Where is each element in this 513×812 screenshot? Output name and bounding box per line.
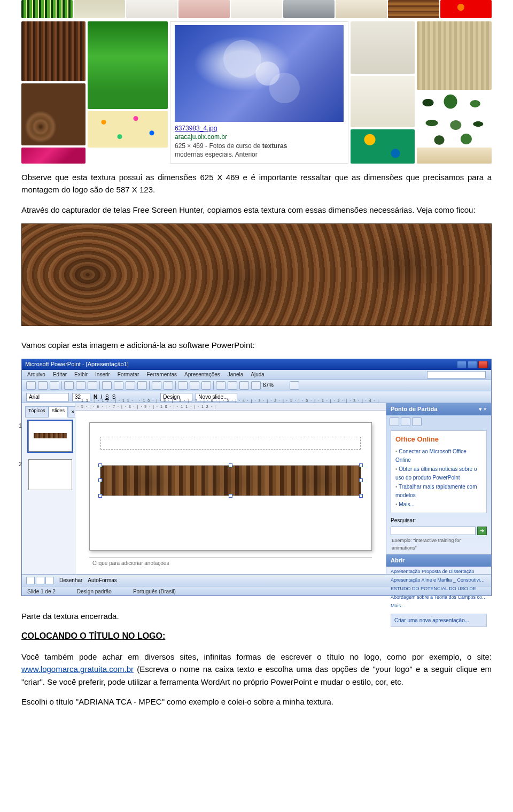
taskpane-nav [386,415,491,428]
recent-0[interactable]: Apresentação Proposta de Dissertação [391,568,487,576]
open-icon[interactable] [38,381,48,390]
help-question-box[interactable] [427,371,486,378]
office-search: Pesquisar: [391,516,487,525]
tab-slides[interactable]: Slides [49,406,68,417]
office-link-3[interactable]: Mais... [395,500,482,509]
grid-icon[interactable] [239,381,249,390]
pp-panel-tabs: Tópicos Slides × [25,406,72,417]
office-link-2[interactable]: Trabalhar mais rapidamente com modelos [395,482,482,500]
minimize-button[interactable] [457,361,467,368]
nav-back-icon[interactable] [390,417,399,426]
tile-beige-vertical [417,21,492,90]
tile-paper [351,21,415,74]
redo-icon[interactable] [164,381,173,390]
search-go-icon[interactable]: ➔ [477,527,487,535]
undo-icon[interactable] [152,381,161,390]
view-buttons [26,577,54,584]
print-icon[interactable] [64,381,74,390]
taskpane-header: Ponto de Partida ▾ × [386,403,491,415]
table-icon[interactable] [190,381,199,390]
logomarca-link[interactable]: www.logomarca.gratuita.com.br [21,664,134,674]
menu-formatar[interactable]: Formatar [118,370,139,379]
office-link-0[interactable]: Conectar ao Microsoft Office Online [395,447,482,465]
notes-pane[interactable]: Clique para adicionar anotações [89,557,372,569]
menu-ajuda[interactable]: Ajuda [251,370,265,379]
menu-apresentacoes[interactable]: Apresentações [184,370,220,379]
zoom-select[interactable]: 67% [263,381,287,390]
view-slideshow-icon[interactable] [45,577,54,584]
pp-titlebar: Microsoft PowerPoint - [Apresentação1] [22,359,491,370]
captured-wood-texture [21,223,492,326]
format-painter-icon[interactable] [137,381,147,390]
menu-exibir[interactable]: Exibir [74,370,88,379]
chart-icon[interactable] [178,381,188,390]
view-normal-icon[interactable] [26,577,35,584]
slide-canvas[interactable] [89,422,372,551]
pp-window-controls [457,361,488,368]
nav-home-icon[interactable] [412,417,422,426]
resize-handle[interactable] [98,478,102,482]
spellcheck-icon[interactable] [88,381,97,390]
status-design: Design padrão [77,587,112,594]
color-icon[interactable] [251,381,261,390]
office-link-1[interactable]: Obter as últimas notícias sobre o uso do… [395,465,482,482]
paste-icon[interactable] [126,381,135,390]
menu-janela[interactable]: Janela [228,370,243,379]
autoshapes-menu[interactable]: AutoFormas [88,576,116,585]
office-search-input[interactable] [391,527,476,535]
thumb-strawberry [440,0,492,18]
tab-topics[interactable]: Tópicos [25,406,49,417]
save-icon[interactable] [50,381,59,390]
preview-icon[interactable] [76,381,86,390]
help-icon[interactable] [290,381,299,390]
resize-handle[interactable] [229,463,232,467]
recent-2[interactable]: ESTUDO DO POTENCIAL DO USO DE [391,585,487,593]
inserted-texture-image[interactable] [100,466,361,496]
title-placeholder[interactable] [100,437,361,450]
preview-host: aracaju.olx.com.br [175,133,227,141]
resize-handle[interactable] [98,494,102,498]
view-sorter-icon[interactable] [36,577,44,584]
search-label: Pesquisar: [391,516,416,525]
tile-sand [417,148,492,164]
tile-cotton [351,76,415,127]
thumb-pink [178,0,230,18]
status-lang: Português (Brasil) [133,587,176,594]
resize-handle[interactable] [359,463,363,467]
slide-thumb-1[interactable] [28,421,72,452]
thumb-number-1: 1 [19,422,22,430]
font-name-select[interactable]: Arial [26,393,69,401]
menu-ferramentas[interactable]: Ferramentas [146,370,177,379]
paragraph-5: Você também pode achar em diversos sites… [21,651,492,688]
recent-1[interactable]: Apresentação Aline e Marília _ Construti… [391,576,487,585]
draw-menu[interactable]: Desenhar [59,576,82,585]
image-result-preview: 6373983_4.jpg aracaju.olx.com.br 625 × 4… [170,21,348,164]
preview-filename[interactable]: 6373983_4.jpg [175,125,217,132]
close-button[interactable] [478,361,488,368]
thumb-cream [74,0,125,18]
show-formatting-icon[interactable] [228,381,237,390]
slide-thumb-2[interactable] [28,459,72,490]
new-presentation-link[interactable]: Criar uma nova apresentação... [391,614,487,628]
resize-handle[interactable] [359,478,363,482]
menu-arquivo[interactable]: Arquivo [27,370,45,379]
menu-editar[interactable]: Editar [53,370,67,379]
pp-menubar: Arquivo Editar Exibir Inserir Formatar F… [22,370,491,380]
new-icon[interactable] [26,381,36,390]
menu-inserir[interactable]: Inserir [95,370,110,379]
paragraph-2: Através do capturador de telas Free Scre… [21,204,492,216]
tile-green [88,21,168,109]
resize-handle[interactable] [229,494,232,498]
cut-icon[interactable] [102,381,112,390]
recent-3[interactable]: Abordagem sobre a Teoria dos Campos conc… [391,593,487,602]
copy-icon[interactable] [114,381,123,390]
resize-handle[interactable] [98,463,102,467]
expand-icon[interactable] [216,381,226,390]
recent-more[interactable]: Mais... [391,602,487,610]
maximize-button[interactable] [468,361,477,368]
close-taskpane-icon[interactable]: ▾ × [479,405,487,414]
resize-handle[interactable] [359,494,363,498]
open-heading: Abrir [386,554,491,567]
hyperlink-icon[interactable] [201,381,211,390]
nav-forward-icon[interactable] [401,417,410,426]
